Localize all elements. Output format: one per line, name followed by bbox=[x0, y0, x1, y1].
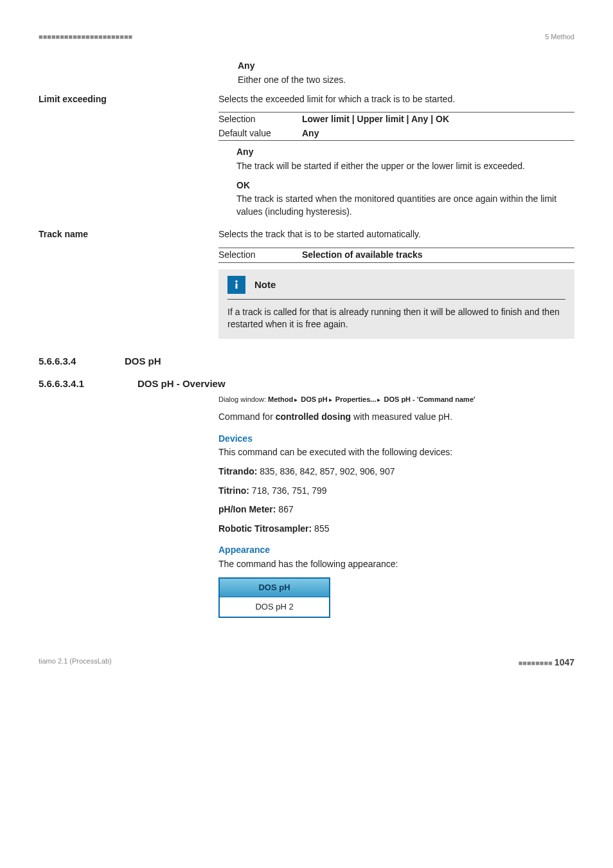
dialog-d: DOS pH - 'Command name' bbox=[384, 395, 475, 403]
phion-val: 867 bbox=[276, 504, 293, 514]
dialog-a: Method bbox=[268, 395, 293, 403]
phion-line: pH/Ion Meter: 867 bbox=[218, 503, 574, 516]
robotic-label: Robotic Titrosampler: bbox=[218, 523, 312, 534]
footer-right: ■■■■■■■■ 1047 bbox=[519, 656, 574, 669]
track-sel-key: Selection bbox=[218, 248, 302, 262]
robotic-val: 855 bbox=[312, 523, 329, 534]
page-number: 1047 bbox=[555, 657, 574, 667]
command-box-body: DOS pH 2 bbox=[220, 597, 329, 617]
devices-intro: This command can be executed with the fo… bbox=[218, 446, 574, 459]
titrando-label: Titrando: bbox=[218, 466, 257, 476]
appearance-heading: Appearance bbox=[218, 544, 574, 557]
svg-point-0 bbox=[235, 280, 238, 282]
any-subdesc: The track will be started if either the … bbox=[236, 160, 574, 173]
sec1-title: DOS pH bbox=[125, 356, 161, 366]
any-desc: Either one of the two sizes. bbox=[238, 74, 574, 87]
track-sel-val: Selection of available tracks bbox=[302, 249, 423, 260]
footer-bars: ■■■■■■■■ bbox=[519, 659, 553, 667]
triangle-icon bbox=[328, 395, 333, 403]
note-box: Note If a track is called for that is al… bbox=[218, 269, 574, 339]
ok-subdesc: The track is started when the monitored … bbox=[236, 193, 574, 218]
phion-label: pH/Ion Meter: bbox=[218, 504, 276, 514]
appearance-intro: The command has the following appearance… bbox=[218, 558, 574, 571]
devices-heading: Devices bbox=[218, 433, 574, 446]
sel-val: Lower limit | Upper limit | Any | OK bbox=[302, 114, 449, 124]
default-key: Default value bbox=[218, 127, 302, 141]
sec2-num: 5.6.6.3.4.1 bbox=[39, 377, 135, 390]
any-subhead: Any bbox=[236, 146, 574, 159]
track-name-table: Selection Selection of available tracks bbox=[218, 248, 574, 263]
command-box: DOS pH DOS pH 2 bbox=[218, 577, 330, 618]
note-title: Note bbox=[254, 278, 276, 291]
svg-rect-1 bbox=[236, 283, 238, 288]
dialog-prefix: Dialog window: bbox=[218, 395, 268, 403]
ok-subhead: OK bbox=[236, 179, 574, 192]
info-icon bbox=[227, 276, 245, 294]
sec2-title: DOS pH - Overview bbox=[138, 378, 226, 389]
dialog-path: Dialog window: Method DOS pH Properties.… bbox=[218, 395, 574, 404]
cmd-desc-post: with measured value pH. bbox=[351, 411, 452, 422]
command-box-title: DOS pH bbox=[220, 579, 329, 597]
note-body: If a track is called for that is already… bbox=[227, 306, 565, 331]
cmd-desc-bold: controlled dosing bbox=[276, 411, 351, 422]
titrando-line: Titrando: 835, 836, 842, 857, 902, 906, … bbox=[218, 466, 574, 478]
track-name-label: Track name bbox=[39, 228, 206, 241]
limit-exceeding-intro: Selects the exceeded limit for which a t… bbox=[218, 93, 574, 106]
any-title: Any bbox=[238, 60, 574, 73]
default-val: Any bbox=[302, 128, 319, 138]
dialog-b: DOS pH bbox=[301, 395, 328, 403]
titrino-label: Titrino: bbox=[218, 485, 249, 496]
triangle-icon bbox=[376, 395, 382, 403]
limit-exceeding-label: Limit exceeding bbox=[39, 93, 206, 106]
sec1-num: 5.6.6.3.4 bbox=[39, 354, 122, 368]
triangle-icon bbox=[293, 395, 299, 403]
titrino-val: 718, 736, 751, 799 bbox=[249, 485, 327, 496]
track-name-intro: Selects the track that is to be started … bbox=[218, 228, 574, 241]
header-decoration: ■■■■■■■■■■■■■■■■■■■■■■ bbox=[39, 32, 132, 42]
titrino-line: Titrino: 718, 736, 751, 799 bbox=[218, 485, 574, 498]
cmd-desc-pre: Command for bbox=[218, 411, 276, 422]
command-desc: Command for controlled dosing with measu… bbox=[218, 411, 574, 424]
sel-key: Selection bbox=[218, 113, 302, 127]
limit-exceeding-table: Selection Lower limit | Upper limit | An… bbox=[218, 112, 574, 141]
footer-left: tiamo 2.1 (ProcessLab) bbox=[39, 656, 112, 669]
dialog-c: Properties... bbox=[335, 395, 377, 403]
robotic-line: Robotic Titrosampler: 855 bbox=[218, 523, 574, 536]
titrando-val: 835, 836, 842, 857, 902, 906, 907 bbox=[257, 466, 395, 476]
header-chapter: 5 Method bbox=[545, 32, 574, 42]
